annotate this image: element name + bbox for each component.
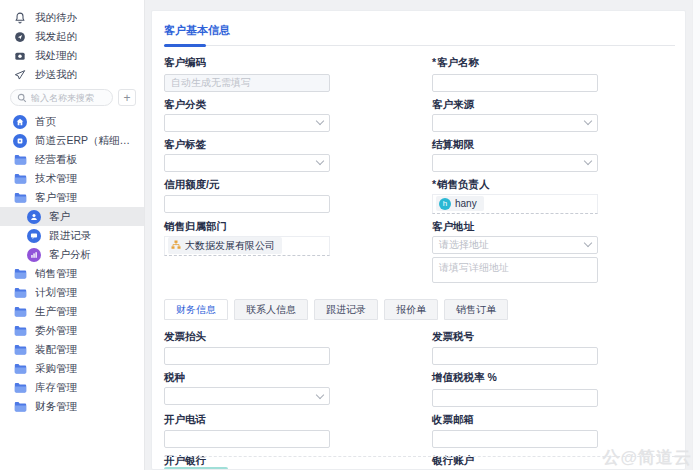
required-asterisk: * bbox=[432, 56, 436, 68]
customer-tag-select[interactable] bbox=[164, 154, 330, 172]
sidebar-item-erp-app[interactable]: 简道云ERP（精细版-离散MTO）「... bbox=[0, 131, 144, 150]
invoice-title-input[interactable] bbox=[164, 347, 330, 365]
sidebar-folder-dashboard[interactable]: 经营看板 bbox=[0, 150, 144, 169]
field-customer-source: 客户来源 bbox=[432, 98, 598, 132]
field-credit-limit: 信用额度/元 bbox=[164, 178, 330, 214]
member-name: hany bbox=[455, 198, 477, 209]
watermark-text: 简道云 bbox=[638, 446, 692, 469]
field-label: 开户电话 bbox=[164, 413, 330, 425]
search-box[interactable] bbox=[10, 89, 113, 106]
credit-limit-input[interactable] bbox=[164, 195, 330, 213]
sidebar-item-home[interactable]: 首页 bbox=[0, 112, 144, 131]
field-label: 客户地址 bbox=[432, 220, 598, 232]
field-label: 客户分类 bbox=[164, 98, 330, 110]
folder-icon bbox=[13, 324, 27, 338]
org-tree-icon bbox=[171, 240, 181, 252]
sidebar-item-label: 销售管理 bbox=[35, 267, 77, 281]
sidebar-item-label: 委外管理 bbox=[35, 324, 77, 338]
tab-quotation[interactable]: 报价单 bbox=[384, 299, 438, 320]
sidebar-item-label: 计划管理 bbox=[35, 286, 77, 300]
field-label: 销售负责人 bbox=[437, 178, 490, 190]
field-customer-tag: 客户标签 bbox=[164, 138, 330, 172]
sales-owner-picker[interactable]: h hany bbox=[432, 194, 598, 214]
invoice-email-input[interactable] bbox=[432, 430, 598, 448]
field-tax-type: 税种 bbox=[164, 371, 330, 407]
tab-followup-records[interactable]: 跟进记录 bbox=[314, 299, 378, 320]
sidebar-folder-outsourcing[interactable]: 委外管理 bbox=[0, 321, 144, 340]
department-chip[interactable]: 大数据发展有限公司 bbox=[168, 237, 282, 254]
folder-icon bbox=[13, 286, 27, 300]
customer-name-input[interactable] bbox=[432, 74, 598, 92]
sidebar-folder-procurement[interactable]: 采购管理 bbox=[0, 359, 144, 378]
sidebar-item-customer[interactable]: 客户 bbox=[0, 207, 144, 226]
department-name: 大数据发展有限公司 bbox=[185, 239, 275, 253]
sidebar-item-label: 装配管理 bbox=[35, 343, 77, 357]
sidebar-item-my-processed[interactable]: 我处理的 bbox=[0, 46, 144, 65]
settlement-term-select[interactable] bbox=[432, 154, 598, 172]
field-settlement-term: 结算期限 bbox=[432, 138, 598, 172]
address-detail-textarea[interactable] bbox=[432, 257, 598, 283]
vat-rate-input[interactable] bbox=[432, 389, 598, 407]
bell-icon bbox=[13, 11, 27, 25]
address-select-placeholder: 请选择地址 bbox=[439, 238, 489, 252]
field-customer-category: 客户分类 bbox=[164, 98, 330, 132]
avatar: h bbox=[439, 198, 451, 210]
sales-department-picker[interactable]: 大数据发展有限公司 bbox=[164, 236, 330, 256]
field-label: 客户来源 bbox=[432, 98, 598, 110]
field-label: 发票抬头 bbox=[164, 330, 330, 342]
customer-icon bbox=[27, 210, 41, 224]
home-icon bbox=[13, 115, 27, 129]
sidebar-item-label: 首页 bbox=[35, 115, 56, 129]
sidebar-item-customer-analysis[interactable]: 客户分析 bbox=[0, 245, 144, 264]
sidebar-item-my-initiated[interactable]: 我发起的 bbox=[0, 27, 144, 46]
required-asterisk: * bbox=[432, 178, 436, 190]
sidebar-item-label: 技术管理 bbox=[35, 172, 77, 186]
member-chip[interactable]: h hany bbox=[436, 196, 484, 211]
sidebar-folder-production[interactable]: 生产管理 bbox=[0, 302, 144, 321]
sidebar-item-label: 经营看板 bbox=[35, 153, 77, 167]
account-phone-input[interactable] bbox=[164, 430, 330, 448]
tab-sales-order[interactable]: 销售订单 bbox=[444, 299, 508, 320]
finance-info-grid: 发票抬头 发票税号 税种 增值税税率 % 开户电话 bbox=[164, 330, 675, 470]
active-section-indicator bbox=[164, 44, 206, 47]
sidebar-item-cc-to-me[interactable]: 抄送我的 bbox=[0, 65, 144, 84]
main-content: 客户基本信息 客户编码 *客户名称 客户分类 客户来源 bbox=[145, 0, 700, 470]
field-vat-rate: 增值税税率 % bbox=[432, 371, 598, 407]
tab-contact-info[interactable]: 联系人信息 bbox=[234, 299, 308, 320]
field-invoice-tax-no: 发票税号 bbox=[432, 330, 598, 366]
sidebar-item-label: 抄送我的 bbox=[35, 68, 77, 82]
field-label: 信用额度/元 bbox=[164, 178, 330, 190]
tax-type-select[interactable] bbox=[164, 387, 330, 405]
folder-icon bbox=[13, 267, 27, 281]
folder-icon bbox=[13, 305, 27, 319]
sidebar-folder-inventory[interactable]: 库存管理 bbox=[0, 378, 144, 397]
customer-category-select[interactable] bbox=[164, 114, 330, 132]
sidebar-search-input[interactable] bbox=[31, 93, 106, 103]
sidebar-folder-planning[interactable]: 计划管理 bbox=[0, 283, 144, 302]
processed-icon bbox=[13, 49, 27, 63]
folder-icon bbox=[13, 343, 27, 357]
sidebar-item-label: 生产管理 bbox=[35, 305, 77, 319]
sidebar-folder-finance[interactable]: 财务管理 bbox=[0, 397, 144, 416]
chart-icon bbox=[27, 248, 41, 262]
field-account-phone: 开户电话 bbox=[164, 413, 330, 449]
tab-finance-info[interactable]: 财务信息 bbox=[164, 299, 228, 320]
sidebar-item-label: 我的待办 bbox=[35, 11, 77, 25]
address-select[interactable]: 请选择地址 bbox=[432, 236, 598, 254]
sidebar-folder-customer-mgmt[interactable]: 客户管理 bbox=[0, 188, 144, 207]
field-label: 结算期限 bbox=[432, 138, 598, 150]
detail-tabbar: 财务信息 联系人信息 跟进记录 报价单 销售订单 bbox=[164, 299, 675, 320]
subform-divider bbox=[164, 456, 675, 457]
scrollbar-track[interactable] bbox=[692, 0, 700, 470]
invoice-tax-no-input[interactable] bbox=[432, 347, 598, 365]
sidebar-folder-assembly[interactable]: 装配管理 bbox=[0, 340, 144, 359]
sidebar-folder-sales[interactable]: 销售管理 bbox=[0, 264, 144, 283]
sidebar-item-label: 我处理的 bbox=[35, 49, 77, 63]
sidebar-folder-tech[interactable]: 技术管理 bbox=[0, 169, 144, 188]
sidebar-item-my-todo[interactable]: 我的待办 bbox=[0, 8, 144, 27]
customer-source-select[interactable] bbox=[432, 114, 598, 132]
add-app-button[interactable]: + bbox=[118, 89, 136, 106]
partial-button-edge bbox=[164, 467, 228, 469]
sidebar-item-followup-records[interactable]: 跟进记录 bbox=[0, 226, 144, 245]
folder-icon bbox=[13, 362, 27, 376]
